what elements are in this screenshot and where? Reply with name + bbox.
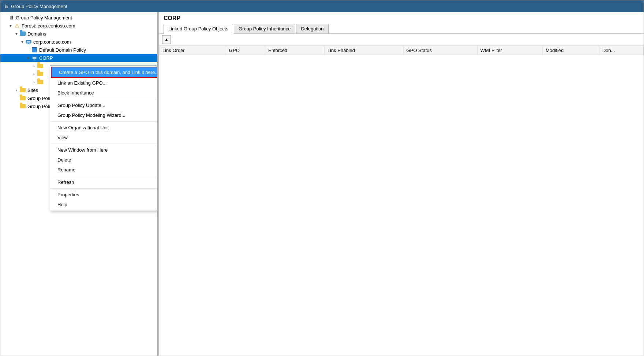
context-menu-label-link-existing: Link an Existing GPO...: [57, 80, 106, 86]
context-menu-label-new-window: New Window from Here: [57, 147, 108, 153]
context-menu-item-view[interactable]: View▶: [50, 133, 158, 142]
monitor-icon: 🖥: [4, 4, 9, 9]
table-col-7: Don...: [599, 46, 643, 55]
context-menu-label-help: Help: [57, 202, 67, 207]
title-bar: 🖥 Group Policy Management: [0, 0, 644, 12]
right-panel: CORP Linked Group Policy ObjectsGroup Po…: [159, 12, 644, 356]
context-menu-item-block-inheritance[interactable]: Block Inheritance: [50, 88, 158, 98]
tree-panel: 🖥Group Policy Management▼⚠Forest: corp.c…: [0, 12, 158, 356]
context-menu-item-rename[interactable]: Rename: [50, 165, 158, 175]
context-menu-label-gp-modeling: Group Policy Modeling Wizard...: [57, 112, 126, 118]
context-menu-separator-3: [50, 99, 158, 99]
table-col-1: GPO: [226, 46, 265, 55]
context-menu-label-refresh: Refresh: [57, 179, 74, 185]
panel-title: CORP: [164, 15, 639, 22]
context-menu-item-help[interactable]: Help: [50, 200, 158, 209]
table-toolbar: ▲: [159, 34, 644, 46]
context-menu-item-properties[interactable]: Properties: [50, 190, 158, 200]
table-col-0: Link Order: [160, 46, 226, 55]
table-col-2: Enforced: [265, 46, 325, 55]
context-menu-label-properties: Properties: [57, 192, 79, 197]
context-menu: Create a GPO in this domain, and Link it…: [50, 65, 158, 211]
context-menu-item-new-ou[interactable]: New Organizational Unit: [50, 123, 158, 133]
table-col-3: Link Enabled: [324, 46, 403, 55]
context-menu-separator-7: [50, 144, 158, 144]
context-menu-item-refresh[interactable]: Refresh: [50, 177, 158, 187]
title-bar-label: Group Policy Management: [11, 4, 67, 9]
tab-content: ▲ Link OrderGPOEnforcedLink EnabledGPO S…: [159, 34, 644, 356]
toolbar-up-btn[interactable]: ▲: [162, 35, 171, 44]
main-layout: 🖥Group Policy Management▼⚠Forest: corp.c…: [0, 12, 644, 356]
gpo-table: Link OrderGPOEnforcedLink EnabledGPO Sta…: [159, 46, 644, 55]
context-menu-label-block-inheritance: Block Inheritance: [57, 90, 94, 96]
context-menu-item-new-window[interactable]: New Window from Here: [50, 145, 158, 155]
tabs-container: Linked Group Policy ObjectsGroup Policy …: [164, 24, 639, 33]
context-menu-label-view: View: [57, 135, 68, 140]
context-menu-item-link-existing[interactable]: Link an Existing GPO...: [50, 78, 158, 88]
context-menu-overlay[interactable]: Create a GPO in this domain, and Link it…: [0, 12, 157, 356]
context-menu-item-delete[interactable]: Delete: [50, 155, 158, 165]
context-menu-label-rename: Rename: [57, 167, 75, 173]
tab-linked-gpo[interactable]: Linked Group Policy Objects: [164, 24, 233, 34]
context-menu-label-gp-update: Group Policy Update...: [57, 103, 105, 108]
context-menu-separator-11: [50, 188, 158, 189]
context-menu-item-create-gpo[interactable]: Create a GPO in this domain, and Link it…: [51, 67, 158, 78]
context-menu-separator-10: [50, 176, 158, 176]
context-menu-label-new-ou: New Organizational Unit: [57, 125, 109, 130]
context-menu-separator-5: [50, 121, 158, 122]
table-col-6: Modified: [543, 46, 599, 55]
context-menu-item-gp-modeling[interactable]: Group Policy Modeling Wizard...: [50, 110, 158, 120]
tab-gpi[interactable]: Group Policy Inheritance: [234, 24, 295, 33]
tab-delegation[interactable]: Delegation: [296, 24, 328, 33]
context-menu-label-create-gpo: Create a GPO in this domain, and Link it…: [59, 70, 158, 75]
table-col-5: WMI Filter: [477, 46, 542, 55]
right-header: CORP Linked Group Policy ObjectsGroup Po…: [159, 12, 644, 34]
context-menu-item-gp-update[interactable]: Group Policy Update...: [50, 100, 158, 110]
context-menu-label-delete: Delete: [57, 157, 71, 163]
table-col-4: GPO Status: [403, 46, 477, 55]
app-window: 🖥 Group Policy Management 🖥Group Policy …: [0, 0, 644, 356]
